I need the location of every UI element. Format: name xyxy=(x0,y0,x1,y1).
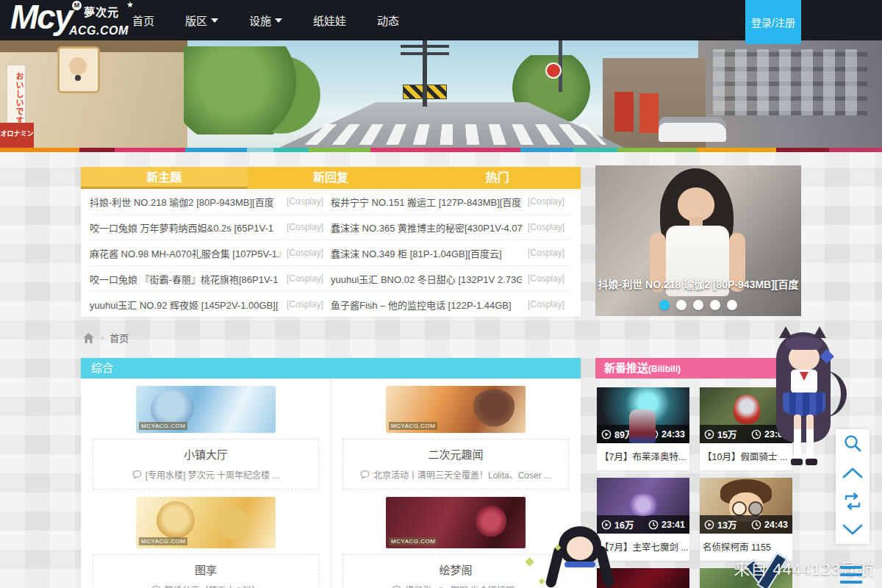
home-icon[interactable] xyxy=(82,332,95,344)
post-category-tag[interactable]: [Cosplay] xyxy=(287,196,323,207)
video-card[interactable]: 89万 24:33 【7月】布莱泽奥特... xyxy=(597,387,689,470)
post-link[interactable]: yuuhui玉汇 NO.92 辉夜姬 [145P2V-1.00GB][ xyxy=(90,298,281,312)
mascot-girl-overlay xyxy=(764,329,845,487)
duration-clock-icon xyxy=(648,520,659,530)
post-link[interactable]: 桜井宁宁 NO.151 搬运工 [127P-843MB][百度 xyxy=(331,195,522,209)
breadcrumb-home-link[interactable]: 首页 xyxy=(110,331,129,345)
thumbnail-figure xyxy=(732,501,747,516)
post-link[interactable]: 咬一口兔娘 『街霸-春丽』桃花旗袍[86P1V-1 xyxy=(90,272,281,286)
forum-latest-post-link[interactable]: 北京活动丨清明三天全覆盖！Lolita、Coser ... xyxy=(373,468,551,481)
post-category-tag[interactable]: [Cosplay] xyxy=(528,248,564,258)
post-link[interactable]: 麻花酱 NO.98 MH-A070礼服合集 [107P5V-1.5 xyxy=(90,246,281,260)
post-category-tag[interactable]: [Cosplay] xyxy=(528,222,564,232)
scroll-top-icon[interactable] xyxy=(842,462,864,484)
banner-watermark: MCYACG.COM xyxy=(139,537,187,545)
banner-red-sign xyxy=(545,62,562,79)
video-title[interactable]: 【7月】布莱泽奥特... xyxy=(597,443,689,470)
forum-title-link[interactable]: 图享 xyxy=(98,562,314,577)
carousel-dot[interactable] xyxy=(693,300,703,310)
post-link[interactable]: 蠢沫沫 NO.349 柜 [81P-1.04GB][百度云] xyxy=(331,246,522,260)
post-category-tag[interactable]: [Cosplay] xyxy=(287,222,323,232)
duration-clock-icon xyxy=(751,520,761,530)
banner-car xyxy=(659,117,726,142)
hero-banner-image[interactable]: おいしいですよ オロナミンC xyxy=(0,40,882,148)
post-category-tag[interactable]: [Cosplay] xyxy=(287,248,323,258)
banner-crosswalk xyxy=(304,124,607,146)
post-link[interactable]: 抖娘-利世 NO.218 瑜伽2 [80P-943MB][百度 xyxy=(90,195,281,209)
forum-banner-image[interactable]: MCYACG.COM xyxy=(136,386,276,433)
banner-vending-machines xyxy=(614,92,634,132)
play-count-icon xyxy=(704,429,714,440)
forum-latest-post-link[interactable]: 摸了张miku贺图 发个链接吧.. xyxy=(405,584,519,588)
post-category-tag[interactable]: [Cosplay] xyxy=(287,299,323,309)
forum-latest-post-link[interactable]: 壁纸分享（第五十⑨弹） xyxy=(165,584,261,588)
forum-cell: MCYACG.COM 二次元趣闻 北京活动丨清明三天全覆盖！Lolita、Cos… xyxy=(331,386,581,588)
mascot-hestia-overlay xyxy=(545,526,619,588)
forum-card[interactable]: 图享 壁纸分享（第五十⑨弹） xyxy=(93,554,319,588)
play-count-icon xyxy=(704,520,714,530)
nav-item-paperdoll[interactable]: 纸娃娃 xyxy=(313,12,346,28)
forum-section-header[interactable]: 综合 xyxy=(81,358,581,379)
nav-item-home[interactable]: 首页 xyxy=(132,12,154,28)
site-logo[interactable]: Mcy M 夢次元 ★ ACG.COM xyxy=(9,0,134,40)
duration-clock-icon xyxy=(751,429,761,440)
forum-title-link[interactable]: 小镇大厅 xyxy=(98,446,314,462)
carousel-dots xyxy=(595,300,801,310)
tab-new-replies[interactable]: 新回复 xyxy=(248,167,415,189)
carousel-dot[interactable] xyxy=(727,300,737,310)
refresh-icon[interactable] xyxy=(842,490,864,512)
post-category-tag[interactable]: [Cosplay] xyxy=(528,273,564,284)
post-row: yuuhui玉汇 NO.92 辉夜姬 [145P2V-1.00GB][[Cosp… xyxy=(90,291,572,317)
post-row: 抖娘-利世 NO.218 瑜伽2 [80P-943MB][百度[Cosplay]… xyxy=(90,189,572,214)
post-link[interactable]: 鱼子酱Fish – 他的监控电话 [122P-1.44GB] xyxy=(331,298,522,312)
login-register-button[interactable]: 登录/注册 xyxy=(745,0,801,44)
scroll-bottom-icon[interactable] xyxy=(842,519,864,541)
banner-watermark: MCYACG.COM xyxy=(389,422,437,430)
play-count-icon xyxy=(601,429,612,440)
carousel-dot[interactable] xyxy=(676,300,686,310)
video-card[interactable]: 13万 24:43 名侦探柯南 1155 xyxy=(700,478,792,561)
rainbow-divider xyxy=(0,148,882,152)
anime-header-title: 新番推送 xyxy=(604,362,648,374)
post-list: 抖娘-利世 NO.218 瑜伽2 [80P-943MB][百度[Cosplay]… xyxy=(81,189,581,317)
logo-badge-text: 夢次元 xyxy=(84,4,119,19)
post-link[interactable]: yuuhui玉汇 BNO.02 冬日甜心 [132P1V 2.73G xyxy=(331,272,522,286)
post-category-tag[interactable]: [Cosplay] xyxy=(528,299,564,309)
chevron-down-icon xyxy=(211,18,218,23)
floating-toolbar xyxy=(836,429,870,544)
banner-utility-pole xyxy=(423,40,427,107)
nav-item-feed[interactable]: 动态 xyxy=(377,12,399,28)
comment-icon xyxy=(151,585,161,588)
forum-card[interactable]: 绘梦阁 摸了张miku贺图 发个链接吧.. xyxy=(343,554,569,588)
forum-card[interactable]: 小镇大厅 [专用水楼] 梦次元 十周年纪念楼 ... xyxy=(93,439,319,490)
nav-item-facilities[interactable]: 设施 xyxy=(249,12,282,28)
post-category-tag[interactable]: [Cosplay] xyxy=(287,273,323,284)
carousel-dot[interactable] xyxy=(659,300,670,310)
logo-text-sub: ACG.COM xyxy=(69,24,129,37)
forum-banner-image[interactable]: MCYACG.COM xyxy=(386,386,526,433)
hamburger-menu-icon[interactable] xyxy=(840,566,862,588)
banner-watermark: MCYACG.COM xyxy=(139,422,187,430)
nav-menu: 首页 版区 设施 纸娃娃 动态 xyxy=(132,0,399,40)
video-thumbnail: 16万 23:41 xyxy=(597,478,689,534)
carousel-dot[interactable] xyxy=(710,300,720,310)
carousel-caption[interactable]: 抖娘-利世 NO.218 瑜伽2 [80P-943MB][百度 xyxy=(595,276,801,291)
breadcrumb: › 首页 xyxy=(82,331,129,345)
forum-banner-image[interactable]: MCYACG.COM xyxy=(136,497,276,548)
post-link[interactable]: 蠢沫沫 NO.365 黄推博主的秘密[430P1V-4.07 xyxy=(331,220,522,234)
tab-new-threads[interactable]: 新主题 xyxy=(81,167,248,189)
forum-banner-image[interactable]: MCYACG.COM xyxy=(386,497,526,548)
banner-windows xyxy=(713,49,867,115)
banner-watermark: MCYACG.COM xyxy=(389,537,437,545)
forum-card[interactable]: 二次元趣闻 北京活动丨清明三天全覆盖！Lolita、Coser ... xyxy=(343,439,569,490)
forum-latest-post-link[interactable]: [专用水楼] 梦次元 十周年纪念楼 ... xyxy=(146,468,280,481)
post-link[interactable]: 咬一口兔娘 万年萝莉纳西妲&0.2s [65P1V-1 xyxy=(90,220,281,234)
nav-item-sections[interactable]: 版区 xyxy=(185,12,218,28)
post-category-tag[interactable]: [Cosplay] xyxy=(528,196,564,207)
video-stats: 89万 24:33 xyxy=(597,425,689,443)
search-icon[interactable] xyxy=(842,433,864,455)
tab-hot[interactable]: 热门 xyxy=(414,167,581,189)
logo-text-main: Mcy xyxy=(10,0,71,37)
forum-title-link[interactable]: 二次元趣闻 xyxy=(348,446,564,462)
featured-carousel[interactable]: 抖娘-利世 NO.218 瑜伽2 [80P-943MB][百度 xyxy=(595,165,801,316)
